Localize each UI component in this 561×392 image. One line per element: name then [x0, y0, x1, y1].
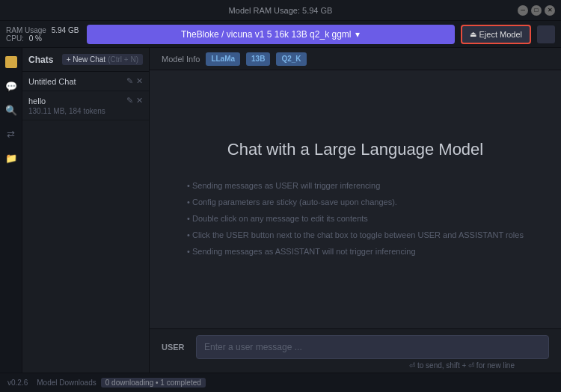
main-layout: 💬 🔍 ⇄ 📁 Chats + New Chat (Ctrl + N) Unti… [0, 48, 561, 373]
cpu-usage: CPU: 0 % [6, 34, 81, 43]
bullet-2: Config parameters are sticky (auto-save … [187, 194, 524, 210]
downloads-label: Model Downloads [37, 379, 96, 387]
delete-icon-hello[interactable]: ✕ [136, 96, 143, 105]
sidebar-logo-icon[interactable] [3, 54, 19, 70]
new-chat-shortcut: (Ctrl + N) [108, 55, 138, 64]
sidebar-icons: 💬 🔍 ⇄ 📁 [0, 48, 22, 373]
chat-item-actions: ✎ ✕ [126, 76, 143, 86]
model-selector-button[interactable]: TheBloke / vicuna v1 5 16k 13B q2_k ggml… [87, 25, 455, 44]
extra-icon [537, 25, 555, 43]
chat-item-name-hello: hello ✎ ✕ [28, 96, 143, 105]
chats-panel: Chats + New Chat (Ctrl + N) Untitled Cha… [22, 48, 150, 373]
tag-llama[interactable]: LLaMa [206, 52, 240, 66]
title-bar: Model RAM Usage: 5.94 GB ─ □ ✕ [0, 0, 561, 21]
minimize-button[interactable]: ─ [518, 5, 528, 16]
chevron-down-icon: ▾ [355, 29, 360, 40]
top-bar: RAM Usage 5.94 GB CPU: 0 % TheBloke / vi… [0, 21, 561, 48]
window-title: Model RAM Usage: 5.94 GB [229, 6, 333, 15]
tag-13b[interactable]: 13B [246, 52, 270, 66]
user-role-label[interactable]: USER [162, 343, 188, 352]
model-downloads[interactable]: Model Downloads 0 downloading • 1 comple… [37, 378, 206, 388]
welcome-area: Chat with a Large Language Model Sending… [150, 70, 561, 328]
message-input[interactable] [196, 335, 549, 359]
edit-icon-hello[interactable]: ✎ [126, 96, 133, 105]
downloads-status: 0 downloading • 1 completed [101, 378, 206, 388]
main-content: Model Info LLaMa 13B Q2_K Chat with a La… [150, 48, 561, 373]
model-info-bar: Model Info LLaMa 13B Q2_K [150, 48, 561, 70]
bottom-bar: v0.2.6 Model Downloads 0 downloading • 1… [0, 373, 561, 392]
chat-item-sub: 130.11 MB, 184 tokens [28, 107, 143, 115]
input-row: USER [162, 335, 549, 359]
model-info-label: Model Info [162, 55, 200, 64]
ram-info: RAM Usage 5.94 GB CPU: 0 % [6, 26, 81, 43]
input-area: USER ⏎ to send, shift + ⏎ for new line [150, 328, 561, 373]
chats-header: Chats + New Chat (Ctrl + N) [22, 48, 149, 72]
tag-q2x[interactable]: Q2_K [276, 52, 306, 66]
welcome-bullets: Sending messages as USER will trigger in… [187, 177, 524, 260]
edit-icon[interactable]: ✎ [126, 76, 133, 86]
input-hint: ⏎ to send, shift + ⏎ for new line [162, 359, 549, 370]
new-chat-button[interactable]: + New Chat (Ctrl + N) [62, 54, 143, 65]
sidebar-swap-icon[interactable]: ⇄ [3, 126, 19, 142]
sidebar-chat-icon[interactable]: 💬 [3, 78, 19, 94]
bullet-5: Sending messages as ASSISTANT will not t… [187, 243, 524, 260]
chat-item-hello[interactable]: hello ✎ ✕ 130.11 MB, 184 tokens [22, 91, 149, 120]
version-label: v0.2.6 [7, 379, 28, 387]
chat-item-actions-hello: ✎ ✕ [126, 96, 143, 105]
eject-icon: ⏏ [470, 30, 476, 38]
welcome-title: Chat with a Large Language Model [227, 140, 483, 159]
window-controls: ─ □ ✕ [518, 5, 555, 16]
chat-item-name: Untitled Chat ✎ ✕ [28, 76, 143, 86]
model-name: TheBloke / vicuna v1 5 16k 13B q2_k ggml [181, 29, 351, 40]
delete-icon[interactable]: ✕ [136, 76, 143, 86]
sidebar-folder-icon[interactable]: 📁 [3, 150, 19, 166]
bullet-1: Sending messages as USER will trigger in… [187, 177, 524, 194]
bullet-3: Double click on any message to edit its … [187, 210, 524, 227]
maximize-button[interactable]: □ [531, 5, 542, 16]
eject-model-button[interactable]: ⏏ Eject Model [461, 25, 531, 44]
sidebar-search-icon[interactable]: 🔍 [3, 102, 19, 118]
chats-title: Chats [28, 55, 53, 65]
close-button[interactable]: ✕ [545, 5, 555, 16]
ram-usage-label: RAM Usage 5.94 GB [6, 26, 81, 34]
bullet-4: Click the USER button next to the chat b… [187, 227, 524, 243]
chat-item-untitled[interactable]: Untitled Chat ✎ ✕ [22, 72, 149, 91]
